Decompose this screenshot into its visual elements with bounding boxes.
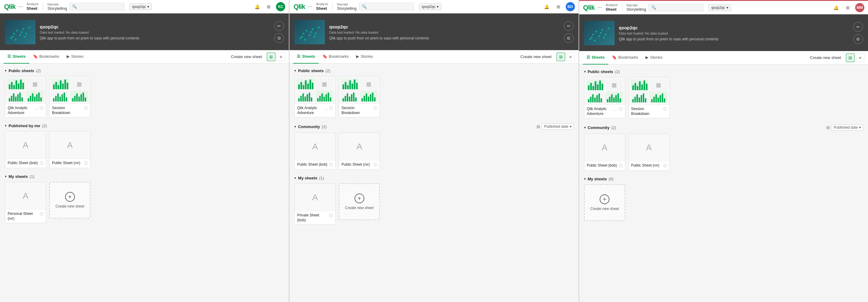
bell-icon[interactable]: 🔔 (253, 2, 261, 11)
topbar-nav: AnalyzeSheet (316, 2, 328, 11)
apps-grid-icon[interactable]: ⊞ (265, 2, 273, 11)
svg-point-62 (306, 30, 307, 31)
sheet-info-button[interactable]: ⓘ (373, 106, 377, 111)
edit-button[interactable]: ✏ (853, 22, 863, 32)
sheet-info-button[interactable]: ⓘ (619, 107, 623, 112)
sheet-more-button[interactable]: … (613, 107, 618, 112)
sheet-card[interactable]: APublic Sheet (bob)ⓘ (294, 133, 336, 170)
tab-stories[interactable]: ▶Stories (63, 50, 87, 64)
section-collapse-toggle[interactable]: ▾ (5, 69, 7, 73)
filter-dropdown[interactable]: Published date▾ (832, 124, 863, 130)
sheet-card[interactable]: ▦Session Breakdownⓘ (339, 76, 380, 117)
tab-bookmarks[interactable]: 🔖Bookmarks (29, 50, 63, 64)
sheet-card-info: Session Breakdownⓘ (629, 105, 669, 118)
content-area: ▾Public sheets(2)▦Qlik Analytic Adventur… (579, 64, 868, 302)
section-collapse-toggle[interactable]: ▾ (5, 175, 7, 179)
bell-icon[interactable]: 🔔 (832, 3, 840, 12)
sheet-info-button[interactable]: ⓘ (40, 212, 43, 217)
user-avatar[interactable]: MM (855, 3, 864, 12)
sheet-info-button[interactable]: ⓘ (329, 106, 333, 111)
tab-sheets[interactable]: ☰Sheets (583, 51, 609, 64)
sheet-info-button[interactable]: ⓘ (84, 161, 88, 166)
section-collapse-toggle[interactable]: ▾ (294, 69, 296, 73)
svg-rect-92 (328, 93, 329, 101)
list-view-button[interactable]: ≡ (566, 53, 575, 61)
tab-stories[interactable]: ▶Stories (642, 51, 666, 64)
app-selector[interactable]: qsop2qc▾ (709, 4, 731, 11)
apps-grid-icon[interactable]: ⊞ (843, 3, 852, 12)
section-count: (1) (30, 174, 34, 179)
sheets-grid: APrivate Sheet (bob)ⓘ+Create new sheet (294, 183, 574, 225)
sheet-card[interactable]: APublic Sheet (rvr)ⓘ (49, 131, 90, 168)
menu-dots[interactable]: ··· (597, 4, 602, 11)
sheet-card[interactable]: ▦Session Breakdownⓘ (628, 77, 670, 118)
list-view-button[interactable]: ≡ (856, 54, 864, 62)
sheet-card[interactable]: ▦Qlik Analytic Adventure…ⓘ (584, 77, 625, 118)
sheet-card[interactable]: APublic Sheet (rvr)ⓘ (628, 133, 670, 171)
menu-dots[interactable]: ··· (308, 3, 312, 10)
sheet-info-button[interactable]: ⓘ (619, 163, 623, 169)
sheet-card[interactable]: APersonal Sheet (rvr)ⓘ (5, 182, 46, 223)
tab-sheets[interactable]: ☰Sheets (4, 50, 29, 64)
sheet-info-button[interactable]: ⓘ (663, 163, 667, 169)
create-new-sheet-button[interactable]: Create new sheet (807, 54, 843, 61)
user-avatar[interactable]: KC (276, 2, 285, 11)
sheet-card[interactable]: APublic Sheet (bob)ⓘ (5, 131, 46, 168)
sheet-card[interactable]: APrivate Sheet (bob)ⓘ (294, 183, 336, 225)
sheet-card[interactable]: APublic Sheet (rvr)ⓘ (339, 133, 380, 170)
section-collapse-toggle[interactable]: ▾ (584, 126, 586, 130)
user-avatar[interactable]: BO (566, 2, 575, 11)
app-selector[interactable]: qsop2qc▾ (419, 3, 441, 10)
svg-rect-107 (349, 97, 350, 101)
sheet-info-button[interactable]: ⓘ (40, 161, 43, 166)
filter-dropdown[interactable]: Published date▾ (542, 123, 574, 130)
sheet-info-button[interactable]: ⓘ (329, 162, 333, 168)
sheet-card[interactable]: ▦Session Breakdownⓘ (49, 76, 90, 117)
menu-dots[interactable]: ··· (18, 3, 23, 10)
tab-bookmarks[interactable]: 🔖Bookmarks (319, 50, 352, 64)
settings-button[interactable]: ⚙ (853, 34, 863, 44)
sheet-info-button[interactable]: ⓘ (40, 106, 43, 111)
bell-icon[interactable]: 🔔 (542, 2, 551, 11)
tab-bookmarks[interactable]: 🔖Bookmarks (608, 51, 642, 64)
sheet-more-button[interactable]: … (34, 106, 38, 111)
sheet-info-button[interactable]: ⓘ (373, 162, 377, 168)
sheet-card[interactable]: ▦Qlik Analytic Adventure…ⓘ (294, 76, 336, 117)
create-new-sheet-card[interactable]: +Create new sheet (339, 183, 380, 220)
settings-button[interactable]: ⚙ (274, 33, 284, 43)
section-my-sheets-2: ▾My sheets(1)APrivate Sheet (bob)ⓘ+Creat… (294, 176, 574, 225)
list-view-button[interactable]: ≡ (277, 53, 285, 61)
section-collapse-toggle[interactable]: ▾ (294, 176, 296, 180)
svg-rect-84 (307, 94, 308, 101)
section-collapse-toggle[interactable]: ▾ (294, 125, 296, 129)
section-collapse-toggle[interactable]: ▾ (584, 177, 586, 181)
edit-button[interactable]: ✏ (564, 21, 574, 31)
search-input[interactable] (369, 5, 411, 9)
sheet-info-button[interactable]: ⓘ (84, 106, 88, 111)
tab-stories[interactable]: ▶Stories (352, 50, 376, 64)
apps-grid-icon[interactable]: ⊞ (554, 2, 563, 11)
sheet-info-button[interactable]: ⓘ (663, 107, 667, 112)
grid-view-button[interactable]: ⊞ (557, 53, 565, 61)
edit-button[interactable]: ✏ (274, 21, 284, 31)
app-selector[interactable]: qsop2qc▾ (129, 3, 152, 10)
section-collapse-toggle[interactable]: ▾ (5, 124, 7, 128)
create-new-sheet-card[interactable]: +Create new sheet (584, 184, 625, 221)
sheet-name: Public Sheet (rvr) (341, 162, 370, 167)
create-new-sheet-card[interactable]: +Create new sheet (49, 182, 90, 218)
svg-rect-152 (620, 98, 621, 102)
grid-view-button[interactable]: ⊞ (267, 53, 275, 61)
create-new-sheet-button[interactable]: Create new sheet (518, 53, 554, 60)
sheet-info-button[interactable]: ⓘ (329, 213, 333, 218)
grid-view-button[interactable]: ⊞ (846, 54, 855, 62)
sheet-card[interactable]: ▦Qlik Analytic Adventure…ⓘ (5, 76, 46, 117)
sheet-more-button[interactable]: … (324, 106, 328, 111)
create-new-sheet-button[interactable]: Create new sheet (228, 53, 265, 60)
section-collapse-toggle[interactable]: ▾ (584, 70, 586, 74)
search-input[interactable] (79, 5, 122, 9)
search-input[interactable] (658, 5, 701, 10)
create-plus-icon: + (600, 194, 610, 204)
tab-sheets[interactable]: ☰Sheets (293, 50, 319, 64)
sheet-card[interactable]: APublic Sheet (bob)ⓘ (584, 133, 625, 171)
settings-button[interactable]: ⚙ (564, 33, 574, 43)
